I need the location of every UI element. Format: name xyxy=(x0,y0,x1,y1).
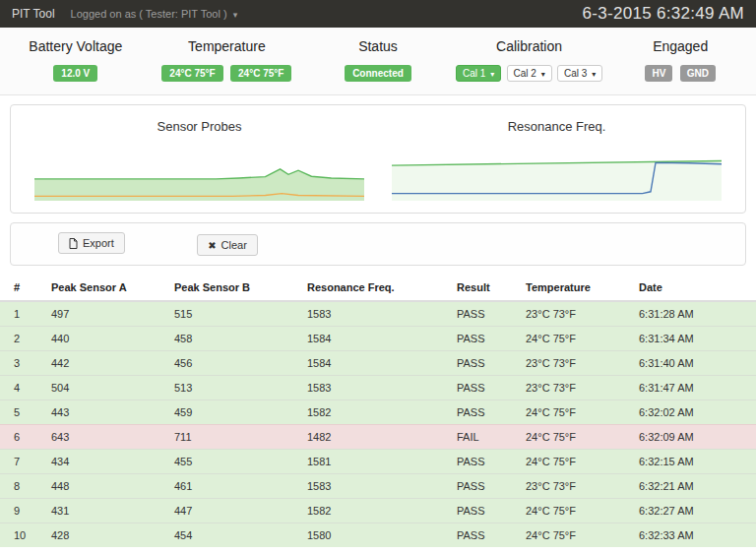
table-cell: 10 xyxy=(0,523,43,548)
table-cell: 454 xyxy=(166,523,299,548)
table-cell: 6:31:47 AM xyxy=(631,376,756,400)
table-cell: 443 xyxy=(43,400,166,425)
results-table: # Peak Sensor A Peak Sensor B Resonance … xyxy=(0,275,756,547)
table-cell: 6:32:15 AM xyxy=(631,450,756,474)
table-row: 14975151583PASS23°C 73°F6:31:28 AM xyxy=(0,301,756,327)
sensor-probes-chart-block: Sensor Probes xyxy=(21,119,378,201)
table-row: 84484611583PASS23°C 73°F6:32:21 AM xyxy=(0,474,756,499)
chevron-down-icon: ▾ xyxy=(541,70,545,79)
sensor-probes-title: Sensor Probes xyxy=(34,119,364,134)
engaged-section: Engaged HV GND xyxy=(604,38,756,82)
status-section: Status Connected xyxy=(302,38,454,82)
table-cell: 1581 xyxy=(299,450,449,474)
table-cell: 6:32:09 AM xyxy=(631,425,756,450)
clear-x-icon: ✖ xyxy=(208,240,216,251)
col-header-resonance-freq: Resonance Freq. xyxy=(299,275,449,301)
cal-1-button[interactable]: Cal 1 ▾ xyxy=(456,65,501,82)
battery-voltage-section: Battery Voltage 12.0 V xyxy=(0,38,152,82)
sensor-probes-chart xyxy=(34,155,364,201)
table-cell: 513 xyxy=(166,376,299,400)
cal-3-button[interactable]: Cal 3 ▾ xyxy=(557,65,602,82)
table-cell: 24°C 75°F xyxy=(518,450,631,474)
cal-1-label: Cal 1 xyxy=(463,68,485,79)
cal-3-label: Cal 3 xyxy=(564,68,587,79)
col-header-index: # xyxy=(0,275,43,301)
results-table-body: 14975151583PASS23°C 73°F6:31:28 AM244045… xyxy=(0,301,756,547)
table-cell: 6:32:02 AM xyxy=(631,400,756,425)
table-cell: 456 xyxy=(166,351,299,376)
file-icon xyxy=(69,238,78,249)
table-cell: 8 xyxy=(0,474,43,499)
table-cell: PASS xyxy=(449,450,518,474)
table-cell: PASS xyxy=(449,376,518,400)
calibration-section: Calibration Cal 1 ▾ Cal 2 ▾ Cal 3 ▾ xyxy=(454,38,605,82)
table-cell: 459 xyxy=(166,400,299,425)
temperature-badge-2: 24°C 75°F xyxy=(230,65,291,82)
resonance-freq-chart-block: Resonance Freq. xyxy=(378,119,735,201)
table-cell: 442 xyxy=(43,351,166,376)
table-cell: 23°C 73°F xyxy=(518,474,631,499)
table-cell: 6 xyxy=(0,425,43,450)
gnd-badge: GND xyxy=(680,65,716,82)
table-cell: 24°C 75°F xyxy=(518,499,631,523)
app-brand[interactable]: PIT Tool xyxy=(12,7,55,21)
table-cell: 1584 xyxy=(299,351,449,376)
table-cell: PASS xyxy=(449,301,518,327)
table-cell: 1583 xyxy=(299,301,449,327)
login-dropdown[interactable]: Logged on as ( Tester: PIT Tool ) ▾ xyxy=(71,8,238,20)
table-cell: 1582 xyxy=(299,400,449,425)
table-row: 54434591582PASS24°C 75°F6:32:02 AM xyxy=(0,400,756,425)
top-navbar: PIT Tool Logged on as ( Tester: PIT Tool… xyxy=(0,0,756,28)
table-cell: 448 xyxy=(43,474,166,499)
clear-button[interactable]: ✖ Clear xyxy=(197,234,258,256)
hv-badge: HV xyxy=(645,65,672,82)
cal-2-button[interactable]: Cal 2 ▾ xyxy=(507,65,552,82)
export-button[interactable]: Export xyxy=(58,232,125,254)
table-cell: PASS xyxy=(449,400,518,425)
chevron-down-icon: ▾ xyxy=(233,10,238,20)
battery-voltage-label: Battery Voltage xyxy=(0,38,152,54)
table-cell: 23°C 73°F xyxy=(518,301,631,327)
temperature-label: Temperature xyxy=(152,38,303,54)
table-cell: 24°C 75°F xyxy=(518,523,631,548)
table-cell: 440 xyxy=(43,327,166,351)
table-row: 104284541580PASS24°C 75°F6:32:33 AM xyxy=(0,523,756,548)
temperature-section: Temperature 24°C 75°F 24°C 75°F xyxy=(152,38,303,82)
table-cell: 1582 xyxy=(299,499,449,523)
table-row: 34424561584PASS23°C 73°F6:31:40 AM xyxy=(0,351,756,376)
table-cell: 515 xyxy=(166,301,299,327)
table-cell: 497 xyxy=(43,301,166,327)
charts-panel: Sensor Probes Resonance Freq. xyxy=(10,104,746,214)
table-row: 45045131583PASS23°C 73°F6:31:47 AM xyxy=(0,376,756,400)
table-cell: PASS xyxy=(449,499,518,523)
table-cell: 458 xyxy=(166,327,299,351)
col-header-peak-sensor-b: Peak Sensor B xyxy=(166,275,299,301)
table-row: 24404581584PASS24°C 75°F6:31:34 AM xyxy=(0,327,756,351)
table-cell: 6:31:40 AM xyxy=(631,351,756,376)
table-cell: 1583 xyxy=(299,474,449,499)
clear-label: Clear xyxy=(221,239,247,251)
table-cell: 6:31:28 AM xyxy=(631,301,756,327)
actions-panel: Export ✖ Clear xyxy=(10,222,746,266)
table-cell: 1583 xyxy=(299,376,449,400)
status-bar: Battery Voltage 12.0 V Temperature 24°C … xyxy=(0,28,756,95)
datetime-clock: 6-3-2015 6:32:49 AM xyxy=(583,4,744,24)
table-cell: 431 xyxy=(43,499,166,523)
col-header-temperature: Temperature xyxy=(518,275,631,301)
table-cell: 1580 xyxy=(299,523,449,548)
table-cell: 1584 xyxy=(299,327,449,351)
status-label: Status xyxy=(302,38,454,54)
table-cell: 3 xyxy=(0,351,43,376)
table-cell: PASS xyxy=(449,351,518,376)
table-cell: 1482 xyxy=(299,425,449,450)
table-cell: FAIL xyxy=(449,425,518,450)
table-cell: 6:32:33 AM xyxy=(631,523,756,548)
table-cell: PASS xyxy=(449,523,518,548)
table-cell: 24°C 75°F xyxy=(518,425,631,450)
table-cell: 447 xyxy=(166,499,299,523)
table-row: 74344551581PASS24°C 75°F6:32:15 AM xyxy=(0,450,756,474)
table-cell: 23°C 73°F xyxy=(518,376,631,400)
table-cell: 461 xyxy=(166,474,299,499)
col-header-peak-sensor-a: Peak Sensor A xyxy=(43,275,166,301)
col-header-date: Date xyxy=(631,275,756,301)
